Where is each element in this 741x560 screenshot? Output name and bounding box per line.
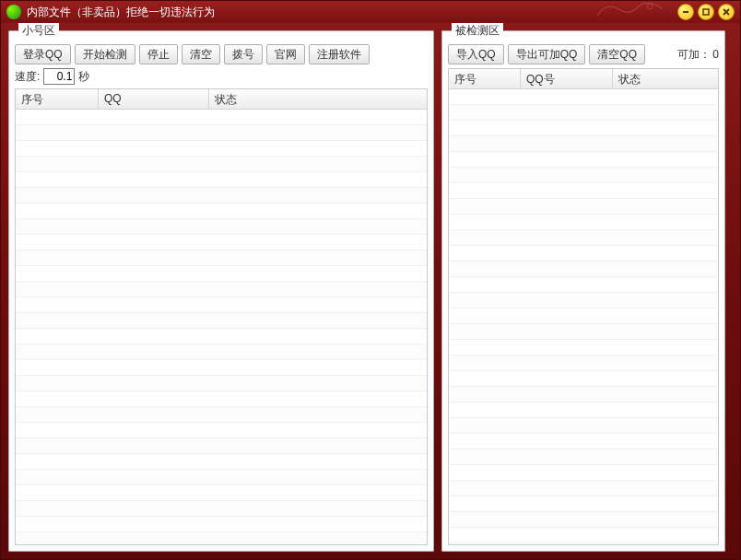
- table-row[interactable]: [16, 235, 427, 251]
- table-row[interactable]: [16, 423, 427, 438]
- col-seq[interactable]: 序号: [16, 89, 99, 109]
- table-row[interactable]: [16, 470, 427, 485]
- table-row[interactable]: [449, 324, 718, 340]
- table-row[interactable]: [449, 262, 718, 277]
- table-row[interactable]: [449, 199, 718, 215]
- svg-rect-2: [703, 9, 709, 15]
- table-row[interactable]: [16, 454, 427, 470]
- table-row[interactable]: [449, 528, 718, 543]
- svg-point-0: [647, 4, 653, 9]
- table-row[interactable]: [449, 89, 718, 105]
- table-row[interactable]: [449, 371, 718, 387]
- col-qq[interactable]: QQ: [99, 89, 209, 109]
- window-buttons: [677, 4, 735, 20]
- table-row[interactable]: [449, 418, 718, 434]
- table-row[interactable]: [16, 219, 427, 235]
- table-row[interactable]: [449, 293, 718, 309]
- small-accounts-legend: 小号区: [18, 23, 59, 39]
- clear-qq-button[interactable]: 清空QQ: [589, 44, 645, 64]
- official-site-button[interactable]: 官网: [266, 44, 305, 64]
- table-row[interactable]: [16, 188, 427, 204]
- col-status-r[interactable]: 状态: [613, 69, 718, 88]
- app-icon: [6, 5, 21, 19]
- table-row[interactable]: [16, 360, 427, 376]
- clear-button[interactable]: 清空: [182, 44, 220, 64]
- table-row[interactable]: [16, 251, 427, 266]
- table-row[interactable]: [449, 387, 718, 402]
- table-row[interactable]: [449, 449, 718, 465]
- speed-unit: 秒: [78, 69, 89, 85]
- close-button[interactable]: [718, 4, 735, 20]
- table-row[interactable]: [449, 230, 718, 246]
- titlebar[interactable]: 内部文件（非卖品）拒绝一切违法行为: [1, 1, 740, 23]
- table-row[interactable]: [449, 246, 718, 262]
- detected-legend: 被检测区: [452, 23, 503, 39]
- minimize-button[interactable]: [677, 4, 694, 20]
- speed-input[interactable]: [43, 68, 75, 85]
- table-row[interactable]: [16, 110, 427, 125]
- table-row[interactable]: [16, 532, 427, 544]
- table-row[interactable]: [16, 157, 427, 172]
- table-row[interactable]: [16, 125, 427, 141]
- table-row[interactable]: [16, 282, 427, 298]
- dial-button[interactable]: 拨号: [224, 44, 263, 64]
- table-row[interactable]: [16, 501, 427, 517]
- table-row[interactable]: [449, 340, 718, 356]
- table-row[interactable]: [16, 266, 427, 282]
- import-qq-button[interactable]: 导入QQ: [448, 44, 504, 64]
- table-row[interactable]: [449, 481, 718, 496]
- speed-row: 速度: 秒: [15, 68, 428, 85]
- start-detect-button[interactable]: 开始检测: [75, 44, 135, 64]
- table-row[interactable]: [449, 168, 718, 183]
- table-row[interactable]: [16, 141, 427, 157]
- table-row[interactable]: [16, 391, 427, 407]
- table-row[interactable]: [449, 152, 718, 168]
- detected-panel: 被检测区 导入QQ 导出可加QQ 清空QQ 可加：0 序号 QQ号 状态: [441, 23, 725, 552]
- left-table-body[interactable]: [16, 110, 427, 544]
- table-row[interactable]: [449, 465, 718, 481]
- table-row[interactable]: [16, 376, 427, 391]
- table-row[interactable]: [449, 402, 718, 418]
- login-qq-button[interactable]: 登录QQ: [15, 44, 71, 64]
- table-row[interactable]: [449, 356, 718, 371]
- table-row[interactable]: [16, 298, 427, 313]
- decorative-swirl: [593, 0, 666, 19]
- register-software-button[interactable]: 注册软件: [309, 44, 370, 64]
- col-qq-r[interactable]: QQ号: [521, 69, 613, 88]
- table-row[interactable]: [449, 215, 718, 230]
- table-row[interactable]: [16, 344, 427, 360]
- table-row[interactable]: [449, 543, 718, 544]
- table-row[interactable]: [16, 407, 427, 423]
- addable-label: 可加：: [677, 48, 711, 61]
- table-row[interactable]: [16, 485, 427, 501]
- table-row[interactable]: [449, 309, 718, 324]
- table-row[interactable]: [449, 121, 718, 136]
- left-table-header: 序号 QQ 状态: [16, 89, 427, 110]
- right-table-body[interactable]: [449, 89, 718, 544]
- table-row[interactable]: [449, 183, 718, 199]
- table-row[interactable]: [449, 512, 718, 528]
- left-table: 序号 QQ 状态: [15, 88, 428, 545]
- maximize-button[interactable]: [698, 4, 714, 20]
- table-row[interactable]: [449, 136, 718, 152]
- table-row[interactable]: [449, 277, 718, 293]
- table-row[interactable]: [16, 517, 427, 532]
- col-seq-r[interactable]: 序号: [449, 69, 521, 88]
- content-area: 小号区 登录QQ 开始检测 停止 清空 拨号 官网 注册软件 速度: 秒 序号 …: [8, 23, 733, 552]
- addable-value: 0: [712, 48, 719, 61]
- table-row[interactable]: [449, 496, 718, 512]
- small-accounts-panel: 小号区 登录QQ 开始检测 停止 清空 拨号 官网 注册软件 速度: 秒 序号 …: [8, 23, 434, 552]
- right-table: 序号 QQ号 状态: [448, 68, 719, 545]
- export-addable-button[interactable]: 导出可加QQ: [508, 44, 586, 64]
- col-status[interactable]: 状态: [209, 89, 427, 109]
- table-row[interactable]: [16, 438, 427, 454]
- table-row[interactable]: [16, 172, 427, 188]
- table-row[interactable]: [16, 329, 427, 344]
- right-toolbar: 导入QQ 导出可加QQ 清空QQ 可加：0: [448, 44, 719, 64]
- table-row[interactable]: [449, 105, 718, 121]
- left-toolbar: 登录QQ 开始检测 停止 清空 拨号 官网 注册软件: [15, 44, 428, 64]
- table-row[interactable]: [16, 204, 427, 219]
- table-row[interactable]: [449, 434, 718, 449]
- table-row[interactable]: [16, 313, 427, 329]
- stop-button[interactable]: 停止: [139, 44, 178, 64]
